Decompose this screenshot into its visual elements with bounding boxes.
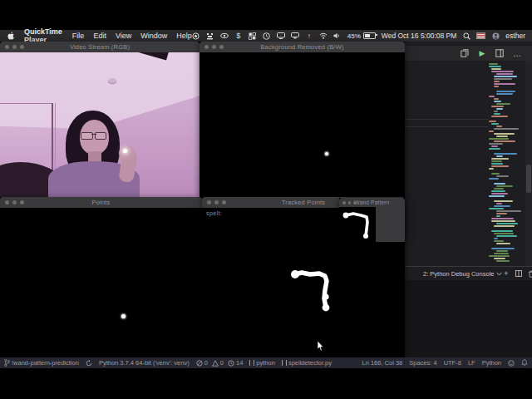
trash-icon[interactable] <box>527 270 532 278</box>
editor-line-highlight-2 <box>405 126 488 127</box>
task-spelldetector-label: spelldetector.py <box>288 359 332 367</box>
task-bars-icon <box>249 360 254 366</box>
task-python[interactable]: python <box>249 359 275 367</box>
wand-pattern-window: Wand Pattern <box>339 198 405 242</box>
error-count: 0 <box>204 359 208 367</box>
wand-pattern-canvas <box>339 207 405 242</box>
video-stream-titlebar[interactable]: Video Stream (RGB) <box>0 42 200 52</box>
glasses-bridge <box>91 134 96 135</box>
editor-scrollbar-thumb[interactable] <box>526 165 531 193</box>
volume-icon[interactable] <box>333 32 342 40</box>
editor-line-highlight <box>405 119 488 120</box>
menu-edit[interactable]: Edit <box>93 32 106 40</box>
background-removed-title: Background Removed (B/W) <box>200 43 405 51</box>
sync-icon[interactable] <box>86 360 92 367</box>
encoding-indicator[interactable]: UTF-8 <box>444 359 461 367</box>
wand-pattern-titlebar[interactable]: Wand Pattern <box>339 198 405 207</box>
background-removed-canvas <box>200 52 405 197</box>
chevron-down-icon[interactable] <box>496 268 502 278</box>
person-hand <box>119 145 135 160</box>
webcam-feed <box>0 52 200 197</box>
window-grid-icon[interactable] <box>249 32 257 40</box>
warning-icon <box>212 360 219 367</box>
video-stream-window: Video Stream (RGB) <box>0 42 200 197</box>
clock-icon[interactable] <box>263 32 271 40</box>
user-account-icon[interactable] <box>491 32 500 40</box>
screen-mirroring-icon[interactable] <box>277 32 285 40</box>
language-mode-indicator[interactable]: Python <box>482 359 501 367</box>
debug-console-header: 2: Python Debug Console + ^ × <box>405 266 532 280</box>
vscode-editor-toolbar: ▶ … <box>405 46 532 61</box>
line-col-indicator[interactable]: Ln 166, Col 38 <box>362 359 402 367</box>
add-console-icon[interactable]: + <box>502 270 510 278</box>
input-language-flag-icon[interactable] <box>476 32 485 39</box>
eol-indicator[interactable]: LF <box>468 359 475 367</box>
screen: QuickTime Player File Edit View Window H… <box>0 0 532 399</box>
eye-icon[interactable] <box>220 32 229 40</box>
top-letterbox <box>0 0 532 30</box>
task-spelldetector[interactable]: spelldetector.py <box>282 359 332 367</box>
problems-status[interactable]: 0 0 14 <box>196 359 244 367</box>
battery-icon <box>363 32 376 39</box>
video-stream-canvas <box>0 52 200 197</box>
feedback-smiley-icon[interactable] <box>508 360 515 367</box>
wand-pattern-glyph <box>339 207 376 242</box>
python-interpreter[interactable]: Python 3.7.4 64-bit ('venv': venv) <box>99 359 190 367</box>
traffic-lights[interactable] <box>207 200 226 204</box>
dollar-icon[interactable]: $ <box>234 32 243 40</box>
wand-pattern-empty-slot <box>376 207 405 242</box>
notifications-bell-icon[interactable] <box>521 360 528 367</box>
task-python-label: python <box>256 359 275 367</box>
keystrokes-icon[interactable] <box>206 32 214 40</box>
wifi-icon[interactable] <box>319 32 328 40</box>
background-removed-titlebar[interactable]: Background Removed (B/W) <box>200 42 405 52</box>
menu-window[interactable]: Window <box>140 32 167 40</box>
video-stream-title: Video Stream (RGB) <box>0 43 200 51</box>
menu-clock[interactable]: Wed Oct 16 5:00:08 PM <box>382 32 457 40</box>
vscode-status-bar: !wand-pattern-prediction Python 3.7.4 64… <box>0 357 532 368</box>
background-removed-window: Background Removed (B/W) <box>200 42 405 197</box>
menu-bar: QuickTime Player File Edit View Window H… <box>0 30 532 42</box>
spotlight-search-icon[interactable] <box>462 32 470 40</box>
points-window: Points <box>0 197 202 356</box>
split-editor-icon[interactable] <box>495 48 505 58</box>
clock-count: 14 <box>236 359 243 367</box>
menu-view[interactable]: View <box>116 32 131 40</box>
mouse-cursor <box>317 341 325 352</box>
traffic-lights[interactable] <box>5 45 24 49</box>
menu-file[interactable]: File <box>72 32 85 40</box>
debug-console-output[interactable] <box>405 280 532 357</box>
task-bars-icon <box>282 360 287 366</box>
battery-percent: 45% <box>347 32 361 40</box>
arrow-up-icon[interactable]: ↑ <box>305 32 313 40</box>
menu-help[interactable]: Help <box>176 32 192 40</box>
split-panel-icon[interactable] <box>515 270 522 278</box>
points-title: Points <box>0 199 202 206</box>
detected-wand-blob <box>325 152 328 155</box>
battery-indicator[interactable]: 45% <box>347 32 376 40</box>
points-titlebar[interactable]: Points <box>0 197 202 208</box>
branch-name: !wand-pattern-prediction <box>12 359 79 367</box>
door-frame-top <box>0 103 52 105</box>
indentation-indicator[interactable]: Spaces: 4 <box>409 359 436 367</box>
bottom-letterbox <box>0 368 532 399</box>
more-actions-icon[interactable]: … <box>512 48 522 58</box>
wand-tip-light <box>123 149 127 153</box>
open-changes-icon[interactable] <box>460 48 470 58</box>
traffic-lights[interactable] <box>5 200 24 204</box>
record-icon[interactable] <box>192 32 200 40</box>
apple-logo-icon[interactable] <box>7 32 15 40</box>
clock-count-icon <box>228 360 234 367</box>
run-debug-icon[interactable]: ▶ <box>477 48 487 58</box>
display-icon[interactable] <box>291 32 299 40</box>
git-branch-status[interactable]: !wand-pattern-prediction <box>3 359 79 367</box>
git-branch-icon <box>3 360 10 367</box>
error-icon <box>196 360 203 367</box>
debug-console-title[interactable]: 2: Python Debug Console <box>423 270 494 278</box>
glasses-right-lens <box>95 132 106 140</box>
menu-username[interactable]: esther <box>505 32 525 40</box>
traffic-lights[interactable] <box>342 201 357 204</box>
traffic-lights[interactable] <box>204 45 224 49</box>
minimap[interactable] <box>489 63 522 266</box>
glasses-left-lens <box>81 132 92 140</box>
